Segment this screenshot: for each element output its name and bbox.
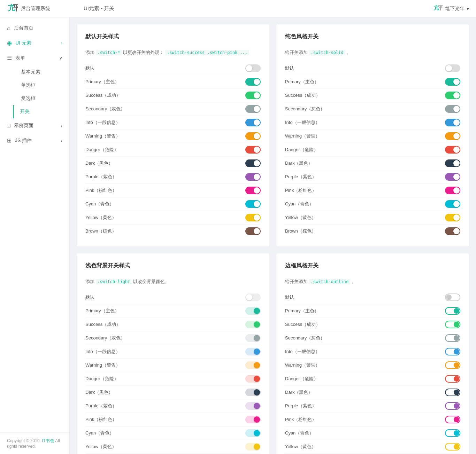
sidebar-sub-checkbox[interactable]: 复选框: [14, 92, 69, 105]
sidebar-item-plugin[interactable]: ⊞ JS 插件 ›: [0, 133, 69, 148]
sidebar-item-table[interactable]: ☰ 表单 ∨: [0, 50, 69, 65]
layout: ⌂ 后台首页 ◉ UI 元素 › ☰ 表单 ∨ 基本元素 单选框: [0, 17, 476, 454]
light-toggle-danger[interactable]: [245, 375, 261, 383]
outline-toggle-primary[interactable]: [445, 307, 460, 315]
outline-switch-row-yellow: Yellow（黄色）: [285, 440, 460, 454]
solid-toggle-cyan[interactable]: [445, 200, 460, 208]
solid-toggle-info[interactable]: [445, 119, 460, 126]
solid-switch-row-success: Success（成功）: [285, 89, 460, 102]
solid-toggle-purple[interactable]: [445, 173, 460, 181]
toggle-success[interactable]: [245, 92, 261, 99]
switch-row-cyan: Cyan（青色）: [85, 197, 261, 211]
switch-row-yellow: Yellow（黄色）: [85, 211, 261, 225]
light-toggle-pink[interactable]: [245, 416, 261, 423]
top-header: 亢 平 后台管理系统 UI元素 - 开关 亢 平 笔下光年 ▾: [0, 0, 476, 17]
solid-toggle-danger[interactable]: [445, 146, 460, 154]
panel-outline-desc: 给开关添加 .switch-outline 。: [285, 278, 460, 285]
solid-toggle-dark[interactable]: [445, 159, 460, 167]
sidebar-sub-radio[interactable]: 单选框: [14, 79, 69, 92]
outline-toggle-info[interactable]: [445, 348, 460, 355]
sidebar-sub-basic[interactable]: 基本元素: [14, 65, 69, 79]
solid-toggle-default[interactable]: [445, 64, 460, 72]
user-area[interactable]: 亢 平 笔下光年 ▾: [433, 3, 469, 14]
toggle-primary[interactable]: [245, 78, 261, 86]
outline-toggle-secondary[interactable]: [445, 334, 460, 342]
table-icon: ☰: [7, 55, 12, 61]
solid-switch-row-cyan: Cyan（青色）: [285, 197, 460, 211]
sidebar-footer: Copyright © 2019. IT书包 All rights reserv…: [0, 432, 69, 454]
panel-light-switches: 浅色背景开关样式 添加 .switch-light 以改变背景颜色。 默认 Pr…: [77, 253, 269, 454]
toggle-info[interactable]: [245, 119, 261, 126]
outline-toggle-purple[interactable]: [445, 402, 460, 410]
sidebar-item-demo-label: 示例页面: [14, 123, 33, 129]
solid-toggle-yellow[interactable]: [445, 214, 460, 221]
toggle-danger[interactable]: [245, 146, 261, 154]
solid-toggle-brown[interactable]: [445, 227, 460, 235]
light-switch-row-info: Info（一般信息）: [85, 345, 261, 359]
light-toggle-purple[interactable]: [245, 402, 261, 410]
toggle-purple[interactable]: [245, 173, 261, 181]
solid-switch-row-dark: Dark（黑色）: [285, 157, 460, 170]
outline-toggle-dark[interactable]: [445, 389, 460, 396]
svg-text:平: 平: [13, 3, 18, 12]
outline-toggle-danger[interactable]: [445, 375, 460, 383]
light-toggle-cyan[interactable]: [245, 429, 261, 437]
light-toggle-dark[interactable]: [245, 389, 261, 396]
dropdown-icon[interactable]: ▾: [467, 6, 469, 11]
solid-toggle-success[interactable]: [445, 92, 460, 99]
outline-switch-row-default: 默认: [285, 291, 460, 304]
toggle-dark[interactable]: [245, 159, 261, 167]
outline-toggle-cyan[interactable]: [445, 429, 460, 437]
light-switch-row-success: Success（成功）: [85, 318, 261, 331]
system-name: 后台管理系统: [21, 6, 50, 12]
solid-toggle-pink[interactable]: [445, 187, 460, 194]
solid-toggle-primary[interactable]: [445, 78, 460, 86]
switch-row-pink: Pink（粉红色）: [85, 184, 261, 197]
outline-toggle-warning[interactable]: [445, 361, 460, 369]
solid-toggle-secondary[interactable]: [445, 105, 460, 113]
solid-switch-row-brown: Brown（棕色）: [285, 225, 460, 238]
light-toggle-info[interactable]: [245, 348, 261, 355]
panel-solid-title: 纯色风格开关: [285, 33, 460, 44]
switch-row-info: Info（一般信息）: [85, 116, 261, 130]
light-toggle-primary[interactable]: [245, 307, 261, 315]
toggle-pink[interactable]: [245, 187, 261, 194]
sidebar-item-home[interactable]: ⌂ 后台首页: [0, 21, 69, 36]
switch-row-success: Success（成功）: [85, 89, 261, 102]
toggle-cyan[interactable]: [245, 200, 261, 208]
outline-toggle-default[interactable]: [445, 293, 460, 301]
outline-switch-row-primary: Primary（主色）: [285, 304, 460, 318]
light-switch-row-secondary: Secondary（灰色）: [85, 331, 261, 345]
outline-switch-row-info: Info（一般信息）: [285, 345, 460, 359]
sidebar-item-demo[interactable]: □ 示例页面 ›: [0, 118, 69, 133]
page-title: UI元素 - 开关: [77, 5, 433, 12]
outline-toggle-success[interactable]: [445, 321, 460, 328]
toggle-default[interactable]: [245, 64, 261, 72]
outline-switch-row-secondary: Secondary（灰色）: [285, 331, 460, 345]
sidebar-item-ui[interactable]: ◉ UI 元素 ›: [0, 36, 69, 50]
light-toggle-yellow[interactable]: [245, 443, 261, 451]
toggle-yellow[interactable]: [245, 214, 261, 221]
panel-default-switches: 默认开关样式 添加 .switch-* 以更改开关的外观： .switch-su…: [77, 24, 269, 246]
panel-light-desc: 添加 .switch-light 以改变背景颜色。: [85, 278, 261, 285]
solid-toggle-warning[interactable]: [445, 132, 460, 140]
light-toggle-default[interactable]: [245, 293, 261, 301]
sidebar-sub-switch[interactable]: 开关: [13, 105, 69, 118]
toggle-warning[interactable]: [245, 132, 261, 140]
switch-row-purple: Purple（紫色）: [85, 170, 261, 184]
outline-toggle-yellow[interactable]: [445, 443, 460, 451]
plugin-arrow: ›: [61, 138, 62, 143]
home-icon: ⌂: [7, 25, 10, 31]
outline-toggle-pink[interactable]: [445, 416, 460, 423]
brand-link[interactable]: IT书包: [42, 438, 54, 443]
light-switch-row-purple: Purple（紫色）: [85, 399, 261, 413]
toggle-secondary[interactable]: [245, 105, 261, 113]
toggle-brown[interactable]: [245, 227, 261, 235]
light-toggle-secondary[interactable]: [245, 334, 261, 342]
copyright: Copyright © 2019.: [7, 438, 41, 443]
demo-icon: □: [7, 123, 10, 129]
solid-switch-row-purple: Purple（紫色）: [285, 170, 460, 184]
light-switch-row-primary: Primary（主色）: [85, 304, 261, 318]
light-toggle-warning[interactable]: [245, 361, 261, 369]
light-toggle-success[interactable]: [245, 321, 261, 328]
